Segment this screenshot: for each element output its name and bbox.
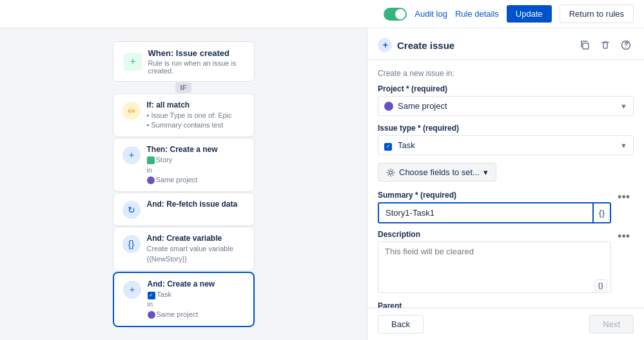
variable-detail: Create smart value variable {{NewStory}}	[147, 244, 245, 264]
next-button[interactable]: Next	[589, 315, 634, 334]
rule-details-link[interactable]: Rule details	[455, 9, 499, 19]
issue-type-label: Issue type * (required)	[378, 124, 634, 133]
create-new-icon: ＋	[123, 281, 141, 299]
project-select[interactable]: Same project	[378, 96, 634, 116]
panel-title-icon: ＋	[378, 38, 392, 52]
trigger-icon: ＋	[124, 53, 142, 71]
refetch-node[interactable]: ↻ And: Re-fetch issue data	[113, 193, 255, 226]
trigger-title: When: Issue created	[148, 48, 244, 58]
variable-node[interactable]: {} And: Create variable Create smart val…	[113, 227, 255, 271]
refetch-title: And: Re-fetch issue data	[147, 200, 245, 209]
trigger-subtitle: Rule is run when an issue is created.	[148, 59, 244, 75]
project-select-wrap: Same project ▼	[378, 96, 634, 116]
create-new-node[interactable]: ＋ And: Create a new Task in Same project	[113, 272, 255, 327]
trigger-node[interactable]: ＋ When: Issue created Rule is run when a…	[113, 41, 255, 82]
description-textarea-wrap: {}	[378, 241, 611, 295]
description-more-button[interactable]: •••	[614, 230, 634, 243]
return-to-rules-button[interactable]: Return to rules	[560, 5, 634, 23]
then-node-icon: ＋	[122, 146, 141, 164]
svg-point-3	[389, 171, 393, 174]
description-field: Description {}	[378, 230, 611, 295]
issue-type-select[interactable]: Task	[378, 135, 634, 155]
create-new-detail: Task in Same project	[148, 290, 244, 319]
delete-button[interactable]	[598, 37, 613, 53]
then-node-title: Then: Create a new	[147, 145, 245, 154]
issue-type-select-wrap: Task ▼	[378, 135, 634, 155]
summary-field: Summary * (required) {}	[378, 191, 611, 223]
variable-icon: {}	[122, 235, 141, 253]
description-smart-value-btn[interactable]: {}	[594, 279, 608, 291]
chevron-down-icon: ▾	[483, 167, 488, 177]
if-node[interactable]: ⇔ If: all match Issue Type is one of: Ep…	[113, 93, 255, 138]
panel-header: ＋ Create issue	[367, 28, 644, 60]
variable-title: And: Create variable	[147, 234, 245, 243]
panel-footer: Back Next	[367, 308, 644, 340]
if-node-title: If: all match	[147, 100, 245, 109]
workflow-canvas: ＋ When: Issue created Rule is run when a…	[0, 28, 367, 340]
svg-rect-0	[583, 43, 589, 49]
enable-toggle[interactable]	[384, 8, 407, 21]
if-node-icon: ⇔	[122, 102, 141, 120]
back-button[interactable]: Back	[378, 315, 424, 334]
panel-subtitle: Create a new issue in:	[378, 69, 634, 78]
help-button[interactable]	[618, 37, 634, 53]
top-bar: Audit log Rule details Update Return to …	[0, 0, 644, 28]
description-row: Description {} •••	[378, 230, 634, 295]
project-field: Project * (required) Same project ▼	[378, 84, 634, 116]
summary-input-wrap: {}	[378, 202, 611, 223]
toggle-wrap	[384, 8, 407, 21]
main-content: ＋ When: Issue created Rule is run when a…	[0, 28, 644, 340]
audit-log-link[interactable]: Audit log	[415, 9, 447, 19]
refetch-icon: ↻	[122, 201, 141, 219]
panel-body: Create a new issue in: Project * (requir…	[367, 60, 644, 308]
project-label: Project * (required)	[378, 84, 634, 93]
description-label: Description	[378, 230, 611, 239]
summary-smart-value-btn[interactable]: {}	[594, 202, 611, 223]
gear-icon	[386, 168, 395, 177]
then-node-detail: Story in Same project	[147, 155, 245, 185]
svg-point-2	[625, 47, 627, 48]
update-button[interactable]: Update	[507, 5, 552, 23]
choose-fields-button[interactable]: Choose fields to set... ▾	[378, 163, 496, 182]
parent-section: Parent {{NewStory}} ▼ •••	[378, 301, 634, 308]
create-new-title: And: Create a new	[148, 279, 244, 288]
description-textarea[interactable]	[378, 241, 611, 293]
panel-actions	[577, 37, 634, 53]
issue-type-field: Issue type * (required) Task ▼	[378, 124, 634, 155]
parent-label: Parent	[378, 301, 634, 308]
summary-input[interactable]	[378, 202, 594, 223]
panel-title: ＋ Create issue	[378, 38, 454, 52]
summary-row: Summary * (required) {} •••	[378, 191, 634, 223]
summary-label: Summary * (required)	[378, 191, 611, 200]
connector-if-badge: IF	[175, 82, 192, 93]
task-type-icon	[384, 143, 392, 151]
if-node-conditions: Issue Type is one of: Epic Summary conta…	[147, 111, 245, 131]
then-node[interactable]: ＋ Then: Create a new Story in Same proje…	[113, 138, 255, 192]
summary-more-button[interactable]: •••	[614, 191, 634, 204]
right-panel: ＋ Create issue	[367, 28, 644, 340]
copy-button[interactable]	[577, 37, 592, 53]
